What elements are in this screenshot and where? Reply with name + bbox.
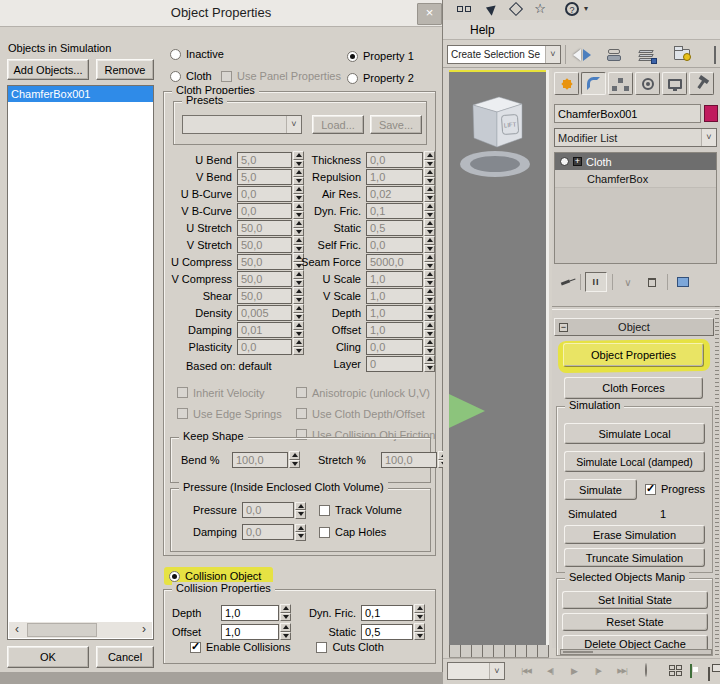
- modifier-stack-item[interactable]: ChamferBox: [555, 170, 716, 188]
- spinner[interactable]: [424, 321, 435, 338]
- param-field[interactable]: 0,01: [237, 322, 292, 338]
- cuts-cloth-checkbox[interactable]: Cuts Cloth: [316, 641, 383, 653]
- key-mode-icon[interactable]: [645, 664, 647, 676]
- spin-down-icon[interactable]: [424, 364, 435, 373]
- checkbox-box[interactable]: [221, 71, 232, 82]
- dialog-titlebar[interactable]: Object Properties ×: [0, 0, 442, 27]
- cloth-radio[interactable]: Cloth: [170, 70, 212, 82]
- tab-display[interactable]: [662, 72, 687, 95]
- spin-down-icon[interactable]: [280, 613, 291, 622]
- param-field[interactable]: 0,1: [361, 605, 413, 621]
- spinner[interactable]: [424, 287, 435, 304]
- flag-checkbox[interactable]: Use Edge Springs: [177, 408, 282, 420]
- spin-down-icon[interactable]: [424, 296, 435, 305]
- simulate-button[interactable]: Simulate: [564, 479, 637, 500]
- chevron-down-icon[interactable]: ˅: [286, 116, 301, 133]
- param-field[interactable]: 0,0: [237, 186, 292, 202]
- param-field[interactable]: 1,0: [366, 271, 423, 287]
- param-field[interactable]: 0,0: [237, 203, 292, 219]
- param-field[interactable]: 0,5: [361, 624, 413, 640]
- remove-button[interactable]: Remove: [96, 59, 154, 80]
- chevron-down-icon[interactable]: ˅: [489, 663, 504, 679]
- spin-up-icon[interactable]: [424, 151, 435, 160]
- checkbox-box[interactable]: [190, 642, 201, 653]
- add-objects-button[interactable]: Add Objects...: [7, 59, 89, 80]
- checkbox-box[interactable]: [177, 408, 188, 419]
- tab-modify[interactable]: [581, 72, 606, 95]
- reset-state-button[interactable]: Reset State: [562, 613, 708, 631]
- remove-modifier-icon[interactable]: [641, 272, 663, 292]
- spinner[interactable]: [289, 451, 300, 468]
- flag-checkbox[interactable]: Inherit Velocity: [177, 387, 265, 399]
- object-rollout-header[interactable]: − Object: [554, 318, 714, 336]
- spinner[interactable]: [424, 202, 435, 219]
- list-item[interactable]: ChamferBox001: [8, 86, 153, 102]
- collapse-icon[interactable]: −: [559, 323, 568, 332]
- spinner[interactable]: [295, 502, 306, 519]
- schematic-view-icon[interactable]: [451, 0, 477, 20]
- param-field[interactable]: 0: [366, 356, 423, 372]
- next-frame-button[interactable]: ||▶: [587, 662, 609, 679]
- spin-up-icon[interactable]: [424, 321, 435, 330]
- spin-down-icon[interactable]: [295, 510, 306, 519]
- go-to-start-button[interactable]: |◀◀: [515, 662, 537, 679]
- expand-icon[interactable]: +: [573, 157, 582, 166]
- spin-down-icon[interactable]: [414, 613, 425, 622]
- spinner[interactable]: [424, 236, 435, 253]
- param-field[interactable]: 1,0: [366, 169, 423, 185]
- param-field[interactable]: 0,0: [366, 339, 423, 355]
- visibility-icon[interactable]: [560, 157, 569, 166]
- erase-simulation-button[interactable]: Erase Simulation: [564, 525, 705, 544]
- panel-scrollbar[interactable]: [715, 306, 719, 684]
- param-field[interactable]: 0,0: [242, 502, 294, 518]
- param-field[interactable]: 50,0: [237, 254, 292, 270]
- param-field[interactable]: 5000,0: [366, 254, 423, 270]
- radio-icon[interactable]: [347, 51, 358, 62]
- spin-down-icon[interactable]: [424, 347, 435, 356]
- radio-icon[interactable]: [170, 71, 181, 82]
- spin-up-icon[interactable]: [424, 185, 435, 194]
- spin-up-icon[interactable]: [280, 604, 291, 613]
- spin-up-icon[interactable]: [424, 219, 435, 228]
- spinner[interactable]: [424, 253, 435, 270]
- cancel-button[interactable]: Cancel: [96, 646, 154, 668]
- spin-up-icon[interactable]: [424, 253, 435, 262]
- enable-collisions-checkbox[interactable]: Enable Collisions: [190, 641, 290, 653]
- track-thumb[interactable]: [563, 651, 593, 653]
- spin-up-icon[interactable]: [424, 304, 435, 313]
- param-field[interactable]: 50,0: [237, 271, 292, 287]
- objects-list[interactable]: ChamferBox001 ‹ ›: [7, 85, 154, 640]
- show-end-result-icon[interactable]: II: [585, 272, 607, 292]
- tab-motion[interactable]: [635, 72, 660, 95]
- tab-create[interactable]: [554, 72, 579, 95]
- modifier-list-dropdown[interactable]: Modifier List ˅: [554, 128, 717, 147]
- param-field[interactable]: 5,0: [237, 152, 292, 168]
- cloth-forces-button[interactable]: Cloth Forces: [564, 377, 703, 399]
- checkbox-box[interactable]: [296, 387, 307, 398]
- param-field[interactable]: 0,005: [237, 305, 292, 321]
- track-bar[interactable]: [560, 649, 712, 655]
- radio-icon[interactable]: [169, 571, 180, 582]
- load-button[interactable]: Load...: [312, 115, 364, 134]
- spin-up-icon[interactable]: [424, 338, 435, 347]
- play-button[interactable]: ▶: [563, 662, 585, 679]
- param-field[interactable]: 50,0: [237, 220, 292, 236]
- menu-help[interactable]: Help: [470, 23, 495, 37]
- previous-frame-button[interactable]: ◀||: [539, 662, 561, 679]
- checkbox-box[interactable]: [296, 408, 307, 419]
- horizontal-scrollbar[interactable]: ‹ ›: [9, 622, 152, 638]
- modifier-stack-item[interactable]: +Cloth: [555, 153, 716, 170]
- spinner[interactable]: [280, 604, 291, 621]
- spin-down-icon[interactable]: [424, 262, 435, 271]
- object-name-field[interactable]: ChamferBox001: [554, 104, 701, 123]
- spin-up-icon[interactable]: [414, 604, 425, 613]
- checkbox-box[interactable]: [319, 505, 330, 516]
- param-field[interactable]: 1,0: [366, 322, 423, 338]
- spin-down-icon[interactable]: [424, 177, 435, 186]
- spin-down-icon[interactable]: [424, 330, 435, 339]
- spinner[interactable]: [414, 604, 425, 621]
- tab-utilities[interactable]: [689, 72, 714, 95]
- spin-down-icon[interactable]: [424, 313, 435, 322]
- spinner[interactable]: [424, 219, 435, 236]
- flag-checkbox[interactable]: Anisotropic (unlock U,V): [296, 387, 430, 399]
